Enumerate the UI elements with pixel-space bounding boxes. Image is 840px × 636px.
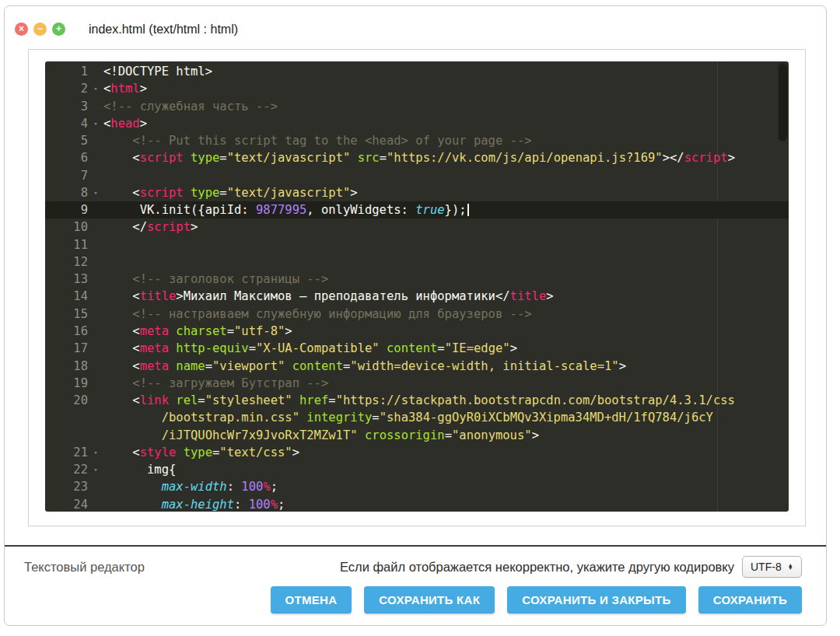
code-line[interactable]: 7: [45, 167, 789, 184]
code-line[interactable]: 9 VK.init({apiId: 9877995, onlyWidgets: …: [45, 201, 789, 218]
code-line[interactable]: 20 <link rel="stylesheet" href="https://…: [45, 392, 789, 409]
code-line[interactable]: 5 <!-- Put this script tag to the <head>…: [45, 132, 789, 149]
code-line[interactable]: 3<!-- служебная часть -->: [45, 98, 789, 115]
code-text: <!-- Put this script tag to the <head> o…: [103, 132, 532, 149]
code-line[interactable]: 1<!DOCTYPE html>: [45, 63, 789, 80]
code-line[interactable]: 8▾ <script type="text/javascript">: [45, 184, 789, 201]
code-text: <title>Михаил Максимов – преподаватель и…: [103, 288, 554, 305]
line-number: 18: [45, 358, 88, 375]
fold-arrow-icon[interactable]: ▾: [88, 115, 103, 132]
code-text: <html>: [103, 80, 147, 97]
code-text: <head>: [103, 115, 147, 132]
code-text: <link rel="stylesheet" href="https://sta…: [103, 392, 735, 409]
code-line[interactable]: 6 <script type="text/javascript" src="ht…: [45, 149, 789, 166]
code-line[interactable]: 10 </script>: [45, 218, 789, 236]
file-editor-window: × − + index.html (text/html : html) 1<!D…: [4, 5, 827, 626]
code-line[interactable]: 4▾<head>: [45, 115, 789, 132]
fold-gutter: [88, 323, 103, 340]
code-line[interactable]: /bootstrap.min.css" integrity="sha384-gg…: [45, 409, 789, 426]
window-title: index.html (text/html : html): [89, 23, 238, 37]
window-controls: × − +: [15, 23, 65, 36]
code-text: img{: [103, 461, 176, 478]
code-line[interactable]: 13 <!-- заголовок страницы -->: [45, 271, 789, 288]
code-line[interactable]: 16 <meta charset="utf-8">: [45, 323, 789, 340]
line-number: 20: [45, 392, 88, 409]
line-number: 4: [45, 115, 88, 132]
code-line[interactable]: 22▾ img{: [45, 461, 789, 478]
line-number: 1: [45, 63, 88, 80]
divider: [5, 545, 826, 547]
fold-gutter: [88, 63, 103, 80]
code-line[interactable]: 23 max-width: 100%;: [45, 478, 789, 495]
fold-arrow-icon[interactable]: ▾: [88, 444, 103, 461]
code-text: <meta charset="utf-8">: [103, 323, 292, 340]
minimize-icon[interactable]: −: [33, 23, 47, 36]
code-text: <script type="text/javascript" src="http…: [103, 149, 735, 166]
fold-arrow-icon[interactable]: ▾: [88, 461, 103, 478]
line-number: 12: [45, 253, 88, 271]
code-line[interactable]: 19 <!-- загружаем Бутстрап -->: [45, 375, 789, 392]
encoding-hint: Если файл отображается некорректно, укаж…: [340, 560, 734, 575]
close-icon[interactable]: ×: [15, 23, 28, 36]
line-number: 8: [45, 184, 88, 201]
line-number: 22: [45, 461, 88, 478]
encoding-select[interactable]: UTF-8 ▲▼: [742, 556, 802, 578]
code-line[interactable]: 11: [45, 236, 789, 253]
code-text: <!-- загружаем Бутстрап -->: [103, 375, 328, 392]
fold-gutter: [88, 375, 103, 392]
encoding-value: UTF-8: [751, 561, 782, 573]
code-line[interactable]: 24 max-height: 100%;: [45, 496, 789, 512]
fold-gutter: [88, 427, 103, 444]
code-line[interactable]: 2▾<html>: [45, 80, 789, 97]
fold-gutter: [88, 149, 103, 166]
fold-arrow-icon[interactable]: ▾: [88, 80, 103, 97]
save-as-button[interactable]: СОХРАНИТЬ КАК: [364, 586, 495, 613]
fold-gutter: [88, 496, 103, 512]
code-line[interactable]: /iJTQUOhcWr7x9JvoRxT2MZw1T" crossorigin=…: [45, 427, 789, 444]
code-text: <!-- настраиваем служебную информацию дл…: [103, 306, 532, 323]
fold-gutter: [88, 340, 103, 357]
fold-gutter: [88, 271, 103, 288]
line-number: 24: [45, 496, 88, 512]
fold-arrow-icon[interactable]: ▾: [88, 184, 103, 201]
code-line[interactable]: 12: [45, 253, 789, 271]
footer: Текстовый редактор Если файл отображаетс…: [5, 555, 826, 613]
line-number: 16: [45, 323, 88, 340]
line-number: 2: [45, 80, 88, 97]
code-text: /bootstrap.min.css" integrity="sha384-gg…: [103, 409, 713, 426]
code-text: <!-- заголовок страницы -->: [103, 271, 328, 288]
code-editor-surface[interactable]: 1<!DOCTYPE html>2▾<html>3<!-- служебная …: [45, 61, 789, 512]
line-number: 7: [45, 167, 88, 184]
editor-frame: 1<!DOCTYPE html>2▾<html>3<!-- служебная …: [28, 49, 806, 526]
code-text: max-height: 100%;: [103, 496, 285, 512]
code-line[interactable]: 14 <title>Михаил Максимов – преподавател…: [45, 288, 789, 305]
line-number: 6: [45, 149, 88, 166]
code-text: </script>: [103, 218, 198, 236]
maximize-icon[interactable]: +: [52, 23, 65, 36]
code-line[interactable]: 18 <meta name="viewport" content="width=…: [45, 358, 789, 375]
code-text: /iJTQUOhcWr7x9JvoRxT2MZw1T" crossorigin=…: [103, 427, 539, 444]
fold-gutter: [88, 167, 103, 184]
code-text: <meta http-equiv="X-UA-Compatible" conte…: [103, 340, 517, 357]
save-button[interactable]: СОХРАНИТЬ: [698, 586, 802, 613]
line-number: 13: [45, 271, 88, 288]
titlebar[interactable]: × − + index.html (text/html : html): [5, 6, 826, 49]
fold-gutter: [88, 306, 103, 323]
code-line[interactable]: 17 <meta http-equiv="X-UA-Compatible" co…: [45, 340, 789, 357]
code-text: <!-- служебная часть -->: [103, 98, 278, 115]
fold-gutter: [88, 236, 103, 253]
line-number: 3: [45, 98, 88, 115]
code-line[interactable]: 15 <!-- настраиваем служебную информацию…: [45, 306, 789, 323]
code-text: <style type="text/css">: [103, 444, 299, 461]
cancel-button[interactable]: ОТМЕНА: [271, 586, 352, 613]
fold-gutter: [88, 392, 103, 409]
fold-gutter: [88, 288, 103, 305]
fold-gutter: [88, 478, 103, 495]
save-and-close-button[interactable]: СОХРАНИТЬ И ЗАКРЫТЬ: [507, 586, 685, 613]
line-number: [45, 409, 88, 426]
fold-gutter: [88, 253, 103, 271]
select-arrows-icon: ▲▼: [788, 564, 793, 571]
fold-gutter: [88, 132, 103, 149]
code-line[interactable]: 21▾ <style type="text/css">: [45, 444, 789, 461]
code-text: <!DOCTYPE html>: [103, 63, 212, 80]
